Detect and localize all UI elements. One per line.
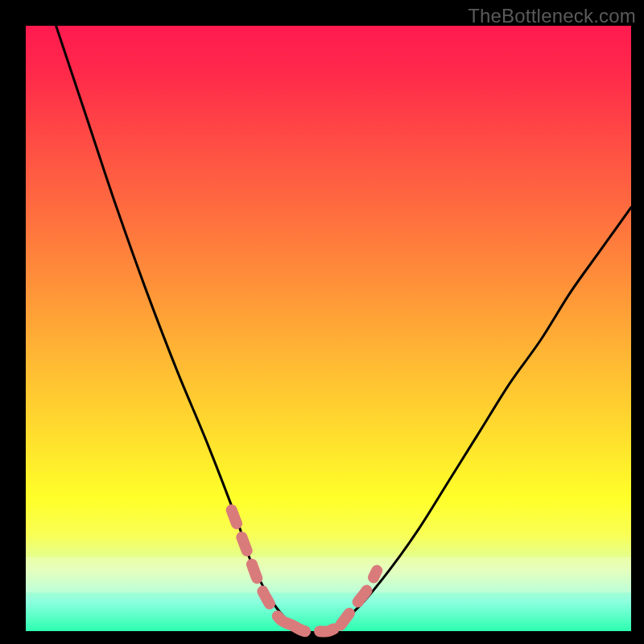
bottom-flat-dash [292, 625, 341, 631]
bottom-left-dash [232, 510, 292, 625]
watermark-text: TheBottleneck.com [468, 5, 636, 27]
bottleneck-curve [56, 26, 631, 634]
chart-svg [26, 26, 631, 631]
chart-frame [26, 26, 631, 631]
highlight-dashes [232, 510, 377, 632]
bottom-right-dash [341, 571, 377, 625]
